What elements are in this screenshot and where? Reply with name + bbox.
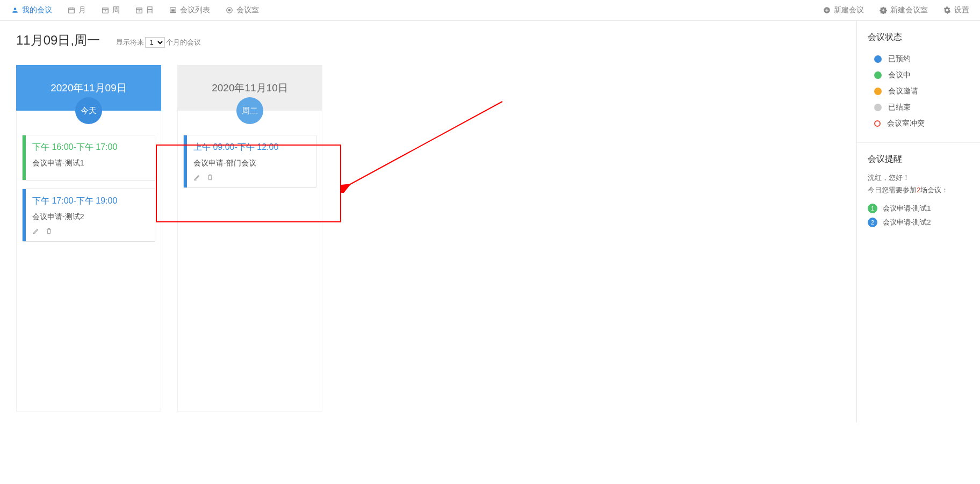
edit-icon[interactable] bbox=[32, 227, 40, 235]
meeting-card-highlighted[interactable]: 上午 09:00-下午 12:00 会议申请-部门会议 bbox=[183, 135, 316, 188]
meeting-time: 上午 09:00-下午 12:00 bbox=[193, 142, 309, 153]
nav-my-meetings[interactable]: 我的会议 bbox=[11, 5, 52, 15]
months-select[interactable]: 1 bbox=[145, 37, 165, 48]
filter-suffix: 个月的会议 bbox=[166, 38, 201, 47]
plus-badge-icon bbox=[879, 6, 888, 15]
filter-prefix: 显示将来 bbox=[116, 38, 144, 47]
day-header: 2020年11月09日 今天 bbox=[16, 65, 161, 111]
reminder-title: 会议提醒 bbox=[868, 154, 969, 165]
status-dot-icon bbox=[874, 120, 881, 127]
calendar-icon: 7 bbox=[101, 6, 110, 15]
gear-icon bbox=[943, 6, 952, 15]
svg-point-15 bbox=[228, 9, 230, 11]
day-date: 2020年11月10日 bbox=[212, 81, 288, 95]
meeting-card[interactable]: 下午 16:00-下午 17:00 会议申请-测试1 bbox=[22, 135, 155, 180]
nav-meeting-room[interactable]: 会议室 bbox=[225, 5, 259, 15]
delete-icon[interactable] bbox=[45, 227, 53, 235]
new-meeting-button[interactable]: 新建会议 bbox=[823, 5, 864, 15]
reminder-greeting: 沈红，您好！ bbox=[868, 173, 969, 183]
button-label: 设置 bbox=[954, 5, 969, 15]
button-label: 新建会议室 bbox=[890, 5, 928, 15]
reminder-label: 会议申请-测试1 bbox=[883, 204, 931, 213]
status-title: 会议状态 bbox=[868, 32, 969, 43]
top-toolbar: 我的会议 月 7 周 8 日 会议列表 bbox=[0, 0, 980, 21]
current-date-title: 11月09日,周一 bbox=[16, 32, 100, 49]
status-invite: 会议邀请 bbox=[868, 83, 969, 99]
meeting-title: 会议申请-测试2 bbox=[32, 212, 148, 222]
user-icon bbox=[11, 6, 19, 15]
meeting-title: 会议申请-部门会议 bbox=[193, 158, 309, 168]
settings-button[interactable]: 设置 bbox=[943, 5, 969, 15]
reminder-count-text: 今日您需要参加2场会议： bbox=[868, 185, 969, 195]
days-container: 2020年11月09日 今天 下午 16:00-下午 17:00 会议申请-测试… bbox=[16, 65, 840, 411]
toolbar-right: 新建会议 新建会议室 设置 bbox=[823, 5, 969, 15]
status-conflict: 会议室冲突 bbox=[868, 115, 969, 132]
edit-icon[interactable] bbox=[193, 174, 201, 181]
status-label: 已结束 bbox=[888, 103, 911, 112]
content-area: 11月09日,周一 显示将来 1 个月的会议 2020年11月09日 今天 下午… bbox=[0, 21, 856, 422]
day-badge: 周二 bbox=[236, 97, 263, 124]
main-layout: 11月09日,周一 显示将来 1 个月的会议 2020年11月09日 今天 下午… bbox=[0, 21, 980, 422]
calendar-icon: 8 bbox=[135, 6, 143, 15]
sidebar: 会议状态 已预约 会议中 会议邀请 已结束 bbox=[856, 21, 980, 422]
new-room-button[interactable]: 新建会议室 bbox=[879, 5, 928, 15]
reminder-item[interactable]: 2 会议申请-测试2 bbox=[868, 215, 969, 229]
nav-label: 月 bbox=[78, 5, 86, 15]
meeting-actions bbox=[193, 174, 309, 181]
reminder-prefix: 今日您需要参加 bbox=[868, 186, 917, 194]
status-active: 会议中 bbox=[868, 67, 969, 83]
reminder-label: 会议申请-测试2 bbox=[883, 218, 931, 227]
delete-icon[interactable] bbox=[206, 174, 214, 181]
header-row: 11月09日,周一 显示将来 1 个月的会议 bbox=[16, 32, 840, 49]
reminder-list: 1 会议申请-测试1 2 会议申请-测试2 bbox=[868, 201, 969, 229]
day-body: 下午 16:00-下午 17:00 会议申请-测试1 下午 17:00-下午 1… bbox=[16, 111, 161, 411]
status-label: 已预约 bbox=[888, 54, 911, 64]
nav-label: 我的会议 bbox=[22, 5, 52, 15]
status-label: 会议室冲突 bbox=[887, 119, 925, 128]
svg-text:8: 8 bbox=[139, 10, 140, 13]
nav-label: 周 bbox=[112, 5, 120, 15]
status-dot-icon bbox=[874, 104, 882, 111]
meeting-actions bbox=[32, 227, 148, 235]
status-dot-icon bbox=[874, 88, 882, 95]
status-ended: 已结束 bbox=[868, 99, 969, 115]
toolbar-left: 我的会议 月 7 周 8 日 会议列表 bbox=[11, 5, 259, 15]
reminder-item[interactable]: 1 会议申请-测试1 bbox=[868, 201, 969, 215]
status-dot-icon bbox=[874, 55, 882, 63]
list-icon bbox=[169, 6, 177, 15]
status-label: 会议邀请 bbox=[888, 86, 918, 96]
reminder-suffix: 场会议： bbox=[920, 186, 948, 194]
plus-circle-icon bbox=[823, 6, 831, 15]
day-body: 上午 09:00-下午 12:00 会议申请-部门会议 bbox=[177, 111, 322, 411]
nav-meeting-list[interactable]: 会议列表 bbox=[169, 5, 210, 15]
building-icon bbox=[225, 6, 234, 15]
meeting-card[interactable]: 下午 17:00-下午 19:00 会议申请-测试2 bbox=[22, 189, 155, 242]
status-section: 会议状态 已预约 会议中 会议邀请 已结束 bbox=[857, 21, 980, 143]
day-badge-today: 今天 bbox=[75, 97, 102, 124]
day-column: 2020年11月10日 周二 上午 09:00-下午 12:00 会议申请-部门… bbox=[177, 65, 322, 411]
day-column-today: 2020年11月09日 今天 下午 16:00-下午 17:00 会议申请-测试… bbox=[16, 65, 161, 411]
status-list: 已预约 会议中 会议邀请 已结束 会议室冲突 bbox=[868, 51, 969, 132]
meeting-time: 下午 16:00-下午 17:00 bbox=[32, 142, 148, 153]
nav-label: 日 bbox=[146, 5, 154, 15]
meeting-time: 下午 17:00-下午 19:00 bbox=[32, 196, 148, 207]
filter-control: 显示将来 1 个月的会议 bbox=[116, 37, 201, 48]
reminder-badge-icon: 1 bbox=[868, 204, 877, 213]
calendar-icon bbox=[67, 6, 76, 15]
status-dot-icon bbox=[874, 71, 882, 79]
meeting-title: 会议申请-测试1 bbox=[32, 158, 148, 168]
svg-rect-0 bbox=[69, 8, 75, 13]
svg-text:7: 7 bbox=[105, 10, 106, 13]
status-label: 会议中 bbox=[888, 70, 911, 80]
nav-day[interactable]: 8 日 bbox=[135, 5, 154, 15]
status-reserved: 已预约 bbox=[868, 51, 969, 67]
reminder-badge-icon: 2 bbox=[868, 218, 877, 227]
nav-month[interactable]: 月 bbox=[67, 5, 86, 15]
day-date: 2020年11月09日 bbox=[51, 81, 127, 95]
day-header: 2020年11月10日 周二 bbox=[177, 65, 322, 111]
nav-label: 会议列表 bbox=[180, 5, 210, 15]
nav-label: 会议室 bbox=[236, 5, 259, 15]
reminder-section: 会议提醒 沈红，您好！ 今日您需要参加2场会议： 1 会议申请-测试1 2 会议… bbox=[857, 143, 980, 240]
button-label: 新建会议 bbox=[834, 5, 864, 15]
nav-week[interactable]: 7 周 bbox=[101, 5, 120, 15]
